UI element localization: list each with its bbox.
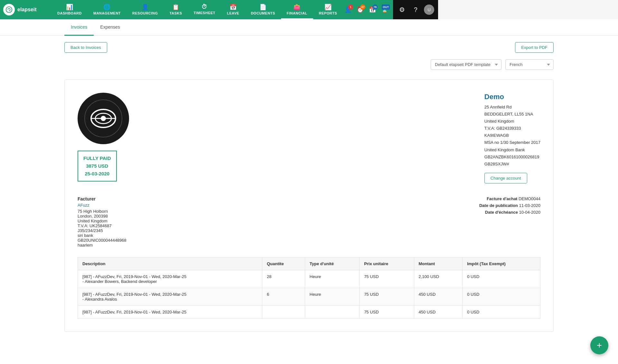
row1-type: Heure [305,270,359,288]
company-bank: United Kingdom Bank [484,146,540,154]
tab-expenses[interactable]: Expenses [94,19,126,36]
col-montant: Montant [414,257,463,270]
language-dropdown[interactable]: French [505,59,554,70]
col-quantite: Quantite [262,257,305,270]
table-row: [987] - AFuzzDev, Fri, 2019-Nov-01 - Wed… [78,288,540,305]
nav-items: 📊 DASHBOARD 🌐 MANAGEMENT 👤 RESOURCING 📋 … [52,0,343,19]
hourglass-badge[interactable]: ⏳ OUT [379,5,390,15]
nav-resourcing[interactable]: 👤 RESOURCING [126,0,164,19]
due-date: 10-04-2020 [519,210,541,215]
user-avatar[interactable]: U [424,5,434,15]
management-icon: 🌐 [103,4,111,11]
documents-icon: 📄 [259,4,267,11]
logo-svg [84,99,123,138]
notifications-bell[interactable]: 👤 1 [343,5,353,15]
nav-dashboard[interactable]: 📊 DASHBOARD [52,0,88,19]
settings-gear-button[interactable]: ⚙ [397,5,407,15]
billing-client-name[interactable]: AFuzz [78,203,126,208]
resourcing-icon: 👤 [142,4,149,11]
badge-count-47: 47 [360,5,365,10]
nav-reports[interactable]: 📈 REPORTS [313,0,343,19]
company-iban2: GB28SXJW# [484,161,540,168]
billing-bank: siri bank [78,233,126,238]
billing-city: London, 200398 [78,214,126,219]
nav-reports-label: REPORTS [319,11,337,15]
nav-financial[interactable]: 👛 FINANCIAL [281,0,313,19]
back-to-invoices-button[interactable]: Back to Invoices [64,42,107,53]
company-addr1: 25 Annfield Rd [484,104,540,111]
help-button[interactable]: ? [410,5,421,15]
billing-country: United Kingdom [78,219,126,223]
row1-description: [987] - AFuzzDev, Fri, 2019-Nov-01 - Wed… [78,270,262,288]
company-addr3: United Kingdom [484,118,540,125]
leave-icon: 📅 [229,4,237,11]
row2-quantite: 6 [262,288,305,305]
tabs-bar: Invoices Expenses [0,19,618,36]
nav-right-badges: 👤 1 ⏰ 47 📅 76 ⏳ OUT [343,5,390,15]
nav-management[interactable]: 🌐 MANAGEMENT [88,0,126,19]
nav-tasks-label: TASKS [170,11,182,15]
table-body: [987] - AFuzzDev, Fri, 2019-Nov-01 - Wed… [78,270,540,318]
billing-left: Facturer AFuzz 75 High Holborn London, 2… [78,196,126,247]
nav-leave[interactable]: 📅 LEAVE [221,0,245,19]
company-address: 25 Annfield Rd BEDDGELERT, LL55 1NA Unit… [484,104,540,168]
fab-button[interactable]: + [590,336,608,354]
company-msa2: MSA no 1/30 September 2017 [484,139,540,146]
table-row: [987] - AFuzzDev, Fri, 2019-Nov-01 - Wed… [78,305,540,318]
nav-documents[interactable]: 📄 DOCUMENTS [245,0,281,19]
page-container: Invoices Expenses Back to Invoices Expor… [0,19,618,364]
billing-section: Facturer AFuzz 75 High Holborn London, 2… [78,196,540,247]
billing-address: 75 High Holborn [78,209,126,214]
nav-tasks[interactable]: 📋 TASKS [164,0,188,19]
invoice-table: Description Quantite Type d'unité Prix u… [78,257,540,319]
nav-resourcing-label: RESOURCING [132,11,158,15]
invoice-card: FULLY PAID 3875 USD 25-03-2020 Demo 25 A… [64,79,554,332]
row2-description: [987] - AFuzzDev, Fri, 2019-Nov-01 - Wed… [78,288,262,305]
billing-title: Facturer [78,196,126,201]
svg-point-5 [101,116,106,121]
row3-prix: 75 USD [360,305,414,318]
row1-impot: 0 USD [463,270,540,288]
reports-icon: 📈 [324,4,332,11]
company-info: Demo 25 Annfield Rd BEDDGELERT, LL55 1NA… [484,93,540,183]
company-iban: GB2ANZBK60161000026819 [484,154,540,161]
billing-right: Facture d'achat DEMO0044 Date de publica… [479,196,540,247]
row3-montant: 450 USD [414,305,463,318]
row3-type [305,305,359,318]
row3-description: [987] - AFuzzDev, Fri, 2019-Nov-01 - Wed… [78,305,262,318]
app-logo[interactable]: elapseit [3,4,45,15]
timer-badge[interactable]: ⏰ 47 [355,5,365,15]
billing-ref: J35/234/2345 [78,228,126,233]
content-area: Back to Invoices Export to PDF Default e… [0,36,618,338]
due-date-row: Date d'échéance 10-04-2020 [479,210,540,215]
badge-out: OUT [382,5,390,10]
invoice-header: FULLY PAID 3875 USD 25-03-2020 Demo 25 A… [78,93,540,183]
change-account-button[interactable]: Change account [484,173,527,183]
due-label: Date d'échéance [485,210,518,215]
col-description: Description [78,257,262,270]
table-head: Description Quantite Type d'unité Prix u… [78,257,540,270]
company-addr2: BEDDGELERT, LL55 1NA [484,111,540,118]
company-msa: KA9IEWAGB [484,132,540,139]
nav-dashboard-label: DASHBOARD [57,11,82,15]
top-navigation: elapseit 📊 DASHBOARD 🌐 MANAGEMENT 👤 RESO… [0,0,393,19]
invoice-label: Facture d'achat [487,196,518,201]
nav-timesheet[interactable]: ⏱ TIMESHEET [188,0,221,19]
publish-date-row: Date de publication 11-03-2020 [479,203,540,208]
company-name: Demo [484,93,540,101]
company-tva: T.V.A: GB24339333 [484,125,540,132]
fully-paid-stamp: FULLY PAID 3875 USD 25-03-2020 [78,151,117,182]
toolbar-row: Back to Invoices Export to PDF [64,42,554,53]
row2-impot: 0 USD [463,288,540,305]
nav-financial-label: FINANCIAL [287,11,307,15]
settings-bar: ⚙ ? U [393,0,438,19]
pdf-template-dropdown[interactable]: Default elapseit PDF template [431,59,501,70]
export-to-pdf-button[interactable]: Export to PDF [515,42,554,53]
nav-timesheet-label: TIMESHEET [194,11,215,15]
table-row: [987] - AFuzzDev, Fri, 2019-Nov-01 - Wed… [78,270,540,288]
billing-city2: haarlem [78,243,126,247]
tab-invoices[interactable]: Invoices [64,19,94,36]
row2-montant: 450 USD [414,288,463,305]
row3-impot: 0 USD [463,305,540,318]
calendar-badge[interactable]: 📅 76 [367,5,378,15]
